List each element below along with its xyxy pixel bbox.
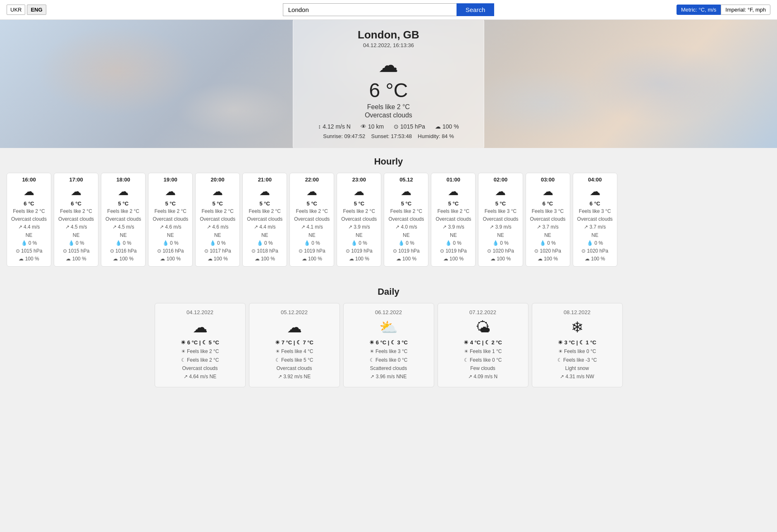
cloud-small-icon: ☁ [302,256,307,262]
day-temp: ☀ 7 °C | ☾ 7 °C [256,339,333,346]
hour-icon: ☁ [200,185,235,198]
cloud-small-icon: ☁ [585,256,590,262]
hour-temp: 5 °C [247,200,282,207]
hour-card: 17:00 ☁ 6 °C Feels like 2 °C Overcast cl… [54,173,98,267]
topbar: UKR ENG Search Metric: °C, m/s Imperial:… [0,0,777,20]
day-date: 08.12.2022 [539,309,616,315]
lang-ukr-button[interactable]: UKR [7,5,25,15]
hour-time: 03:00 [530,177,566,183]
hourly-section: Hourly 16:00 ☁ 6 °C Feels like 2 °C Over… [0,148,777,278]
wind-row: ↗ 3.7 m/s [577,223,613,231]
hourly-row: 16:00 ☁ 6 °C Feels like 2 °C Overcast cl… [7,173,770,270]
cloud-small-icon: ☁ [255,256,260,262]
day-card: 08.12.2022 ❄ ☀ 3 °C | ☾ 1 °C ☀ Feels lik… [532,303,623,387]
hour-icon: ☁ [483,185,518,198]
sunset-text: Sunset: 17:53:48 [371,133,412,139]
hero-stats: ↕ 4.12 m/s N 👁 10 km ⊙ 1015 hPa ☁ 100 % [318,123,459,130]
cloud-value: 100 % [442,123,459,130]
search-input[interactable] [283,3,457,16]
day-card: 06.12.2022 ⛅ ☀ 6 °C | ☾ 3 °C ☀ Feels lik… [343,303,434,387]
rain-drop-icon: 💧 [351,240,357,246]
cloud-small-icon: ☁ [160,256,165,262]
pressure-gauge-icon: ⊙ [16,248,20,254]
hero-datetime: 04.12.2022, 16:13:36 [318,42,459,48]
day-card: 05.12.2022 ☁ ☀ 7 °C | ☾ 7 °C ☀ Feels lik… [249,303,340,387]
daily-title: Daily [7,286,770,297]
hour-time: 17:00 [58,177,94,183]
wind-row: ↗ 3.7 m/s [530,223,566,231]
hour-temp: 5 °C [483,200,518,207]
day-card: 07.12.2022 🌤 ☀ 4 °C | ☾ 2 °C ☀ Feels lik… [438,303,528,387]
hour-card: 20:00 ☁ 5 °C Feels like 2 °C Overcast cl… [195,173,240,267]
hero-feels-like: Feels like 2 °C [318,103,459,111]
hour-card: 01:00 ☁ 5 °C Feels like 2 °C Overcast cl… [431,173,476,267]
hour-icon: ☁ [58,185,94,198]
day-temp: ☀ 3 °C | ☾ 1 °C [539,339,616,346]
wind-row: ↗ 4.5 m/s [105,223,141,231]
sunrise-text: Sunrise: 09:47:52 [323,133,365,139]
hour-icon: ☁ [153,185,188,198]
lang-eng-button[interactable]: ENG [27,5,46,15]
day-detail: ☀ Feels like 2 °C ☾ Feels like 2 °C Over… [162,347,239,381]
hour-card: 04:00 ☁ 6 °C Feels like 3 °C Overcast cl… [573,173,617,267]
hour-icon: ☁ [577,185,613,198]
hour-card: 05.12 ☁ 5 °C Feels like 2 °C Overcast cl… [384,173,428,267]
rain-drop-icon: 💧 [257,240,263,246]
pressure-gauge-icon: ⊙ [63,248,67,254]
metric-button[interactable]: Metric: °C, m/s [677,5,721,15]
cloud-small-icon: ☁ [208,256,213,262]
hour-time: 05.12 [388,177,424,183]
wind-icon: ↕ [318,123,321,130]
hour-detail: Feels like 2 °C Overcast clouds ↗ 4.5 m/… [58,208,94,263]
hour-detail: Feels like 2 °C Overcast clouds ↗ 4.4 m/… [11,208,47,263]
hour-temp: 5 °C [294,200,330,207]
hour-detail: Feels like 3 °C Overcast clouds ↗ 3.9 m/… [483,208,518,263]
hourly-title: Hourly [7,156,770,167]
day-card: 04.12.2022 ☁ ☀ 6 °C | ☾ 5 °C ☀ Feels lik… [155,303,246,387]
pressure-gauge-icon: ⊙ [251,248,256,254]
day-icon: ☁ [162,319,239,336]
hour-detail: Feels like 3 °C Overcast clouds ↗ 3.7 m/… [530,208,566,263]
day-detail: ☀ Feels like 0 °C ☾ Feels like -3 °C Lig… [539,347,616,381]
hour-time: 18:00 [105,177,141,183]
day-icon: 🌤 [445,319,521,336]
hour-icon: ☁ [294,185,330,198]
hour-temp: 6 °C [58,200,94,207]
hour-card: 16:00 ☁ 6 °C Feels like 2 °C Overcast cl… [7,173,51,267]
wind-row: ↗ 4.4 m/s [247,223,282,231]
rain-drop-icon: 💧 [398,240,404,246]
humidity-text: Humidity: 84 % [418,133,454,139]
hour-icon: ☁ [105,185,141,198]
unit-toggle: Metric: °C, m/s Imperial: °F, mph [677,5,770,15]
hour-detail: Feels like 2 °C Overcast clouds ↗ 4.6 m/… [200,208,235,263]
cloud-icon: ☁ [435,123,441,130]
hour-card: 23:00 ☁ 5 °C Feels like 2 °C Overcast cl… [337,173,381,267]
search-button[interactable]: Search [457,3,495,16]
pressure-icon: ⊙ [394,123,399,130]
cloud-small-icon: ☁ [113,256,118,262]
hour-icon: ☁ [11,185,47,198]
hour-card: 19:00 ☁ 5 °C Feels like 2 °C Overcast cl… [148,173,193,267]
cloud-small-icon: ☁ [538,256,543,262]
daily-row: 04.12.2022 ☁ ☀ 6 °C | ☾ 5 °C ☀ Feels lik… [7,303,770,387]
cloud-small-icon: ☁ [66,256,71,262]
day-date: 04.12.2022 [162,309,239,315]
hero-wind: ↕ 4.12 m/s N [318,123,351,130]
wind-row: ↗ 4.6 m/s [200,223,235,231]
eye-icon: 👁 [361,123,366,130]
cloud-small-icon: ☁ [19,256,24,262]
cloud-small-icon: ☁ [349,256,354,262]
rain-drop-icon: 💧 [304,240,310,246]
wind-row: ↗ 4.6 m/s [153,223,188,231]
day-temp: ☀ 6 °C | ☾ 5 °C [162,339,239,346]
wind-row: ↗ 3.9 m/s [483,223,518,231]
hour-icon: ☁ [530,185,566,198]
hour-time: 16:00 [11,177,47,183]
hour-icon: ☁ [435,185,471,198]
pressure-gauge-icon: ⊙ [393,248,397,254]
hour-time: 20:00 [200,177,235,183]
hourly-scroll[interactable]: 16:00 ☁ 6 °C Feels like 2 °C Overcast cl… [7,173,770,270]
cloud-small-icon: ☁ [443,256,448,262]
hero-section: London, GB 04.12.2022, 16:13:36 ☁ 6 °C F… [0,20,777,148]
imperial-button[interactable]: Imperial: °F, mph [721,5,770,15]
